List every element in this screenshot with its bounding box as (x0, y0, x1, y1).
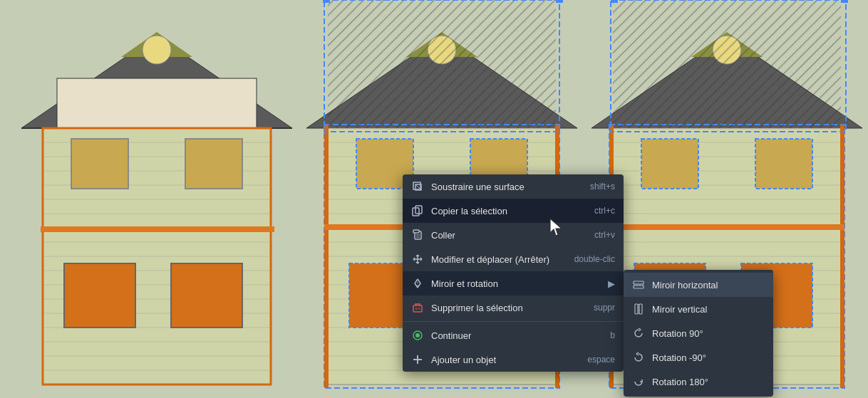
menu-divider (403, 321, 624, 322)
delete-shortcut: suppr (594, 303, 615, 313)
svg-rect-110 (639, 304, 642, 314)
mirror-h-icon (632, 278, 645, 291)
svg-line-98 (415, 184, 420, 189)
svg-rect-112 (413, 305, 422, 312)
svg-rect-102 (413, 230, 419, 233)
mirror-h-label: Miroir horizontal (652, 280, 718, 290)
menu-item-copy[interactable]: Copier la sélection ctrl+c (403, 199, 624, 223)
copy-icon (411, 204, 424, 217)
svg-rect-26 (64, 263, 135, 328)
add-icon (411, 353, 424, 366)
menu-item-subtract[interactable]: Soustraire une surface shift+s (403, 174, 624, 199)
modify-shortcut: double-clic (574, 254, 615, 264)
svg-rect-29 (41, 226, 274, 232)
svg-point-5 (143, 36, 171, 64)
svg-rect-27 (171, 263, 242, 328)
svg-rect-78 (641, 139, 698, 189)
paste-icon (411, 229, 424, 241)
svg-rect-84 (324, 125, 329, 388)
context-menu: Soustraire une surface shift+s Copier la… (403, 174, 624, 372)
svg-rect-24 (71, 139, 128, 189)
svg-rect-93 (556, 0, 563, 3)
submenu-item-rotation-90[interactable]: Rotation 90° (624, 321, 773, 345)
add-shortcut: espace (587, 355, 615, 365)
menu-item-mirror[interactable]: Miroir et rotation ▶ Miroir horizontal (403, 271, 624, 295)
submenu-item-mirror-h[interactable]: Miroir horizontal (624, 273, 773, 297)
menu-item-continue[interactable]: Continuer b (403, 323, 624, 347)
submenu-item-mirror-v[interactable]: Miroir vertical (624, 297, 773, 321)
submenu-item-rotation-neg90[interactable]: Rotation -90° (624, 345, 773, 370)
copy-shortcut: ctrl+c (594, 206, 615, 216)
mirror-v-label: Miroir vertical (652, 304, 707, 315)
modify-label: Modifier et déplacer (Arrêter) (431, 254, 549, 265)
copy-label: Copier la sélection (431, 206, 507, 216)
svg-rect-92 (323, 0, 330, 3)
menu-item-modify[interactable]: Modifier et déplacer (Arrêter) double-cl… (403, 247, 624, 271)
submenu-item-rotation-180[interactable]: Rotation 180° (624, 370, 773, 394)
rotate-180-icon (632, 375, 645, 388)
add-label: Ajouter un objet (431, 355, 496, 365)
svg-rect-106 (634, 281, 644, 284)
svg-rect-25 (185, 139, 242, 189)
svg-rect-2 (57, 78, 257, 135)
continue-icon (411, 329, 424, 342)
rotation-neg90-label: Rotation -90° (652, 352, 706, 363)
paste-label: Coller (431, 230, 455, 241)
rotation-180-label: Rotation 180° (652, 377, 708, 387)
paste-shortcut: ctrl+v (594, 230, 615, 240)
subtract-shortcut: shift+s (590, 182, 615, 192)
delete-icon (411, 301, 424, 314)
mirror-icon (411, 277, 424, 290)
delete-label: Supprimer la sélection (431, 303, 523, 313)
submenu-mirror-rotation: Miroir horizontal Miroir vertical (624, 270, 773, 397)
subtract-icon (411, 180, 424, 193)
svg-rect-95 (841, 0, 848, 3)
svg-point-119 (415, 333, 420, 337)
mirror-label: Miroir et rotation (431, 278, 498, 289)
rotate-cw-icon (632, 327, 645, 340)
subtract-label: Soustraire une surface (431, 182, 525, 192)
svg-rect-79 (755, 139, 812, 189)
svg-rect-56 (328, 0, 556, 128)
mirror-v-icon (632, 303, 645, 315)
submenu-arrow: ▶ (608, 278, 615, 289)
svg-rect-107 (634, 286, 644, 288)
continue-shortcut: b (610, 330, 615, 340)
rotation-90-label: Rotation 90° (652, 328, 703, 339)
svg-rect-87 (840, 125, 844, 388)
svg-rect-94 (611, 0, 618, 3)
svg-rect-83 (613, 0, 841, 128)
menu-item-paste[interactable]: Coller ctrl+v (403, 223, 624, 247)
continue-label: Continuer (431, 330, 471, 341)
move-icon (411, 253, 424, 266)
menu-item-delete[interactable]: Supprimer la sélection suppr (403, 295, 624, 320)
menu-item-add[interactable]: Ajouter un objet espace (403, 347, 624, 372)
svg-rect-109 (635, 304, 638, 314)
rotate-ccw-icon (632, 351, 645, 364)
